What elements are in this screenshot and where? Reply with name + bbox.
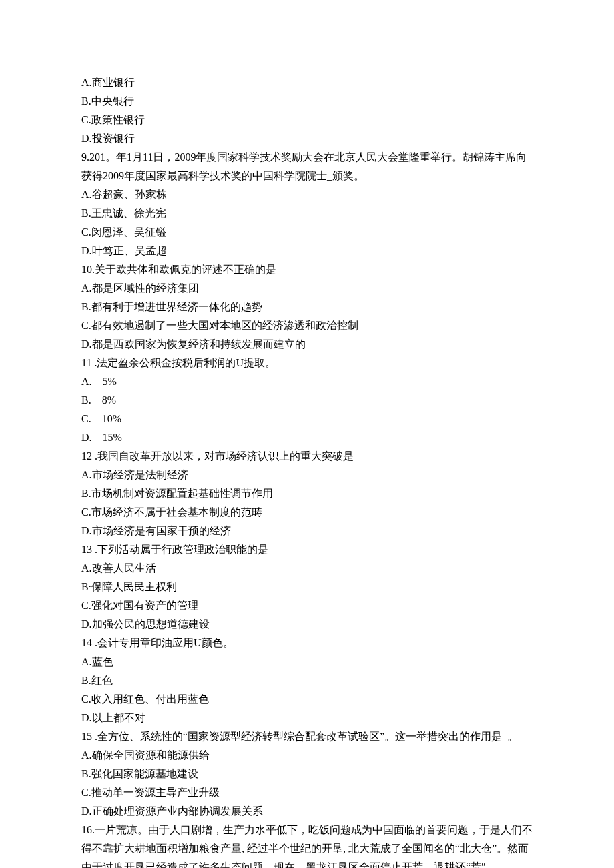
option-line: C.政策性银行: [81, 111, 533, 129]
option-line: D.加强公民的思想道德建设: [81, 615, 533, 634]
option-line: C.强化对国有资产的管理: [81, 596, 533, 615]
option-line: C.收入用红色、付出用蓝色: [81, 690, 533, 709]
question-line: 12 .我国自改革开放以来，对市场经济认识上的重大突破是: [81, 447, 533, 466]
question-line: 9.201。年1月11日，2009年度国家科学技术奖励大会在北京人民大会堂隆重举…: [81, 148, 533, 185]
option-line: A.都是区域性的经济集团: [81, 279, 533, 298]
option-line: A.市场经济是法制经济: [81, 466, 533, 484]
question-line: 15 .全方位、系统性的“国家资源型经济转型综合配套改革试验区”。这一举措突出的…: [81, 727, 533, 746]
option-line: C. 10%: [81, 410, 533, 428]
option-line: D.以上都不对: [81, 709, 533, 727]
option-line: A.蓝色: [81, 653, 533, 671]
option-line: A.商业银行: [81, 73, 533, 92]
option-line: B.市场机制对资源配置起基础性调节作用: [81, 484, 533, 503]
option-line: B.都有利于增进世界经济一体化的趋势: [81, 298, 533, 316]
option-line: B.红色: [81, 671, 533, 690]
option-line: D. 15%: [81, 428, 533, 447]
option-line: C.闵恩泽、吴征镒: [81, 223, 533, 242]
option-line: B.强化国家能源基地建设: [81, 765, 533, 783]
option-line: C.都有效地遏制了一些大国对本地区的经济渗透和政治控制: [81, 316, 533, 335]
option-line: D.叶笃正、吴孟超: [81, 242, 533, 260]
option-line: C.市场经济不属于社会基本制度的范畴: [81, 503, 533, 522]
question-line: 16.一片荒凉。由于人口剧增，生产力水平低下，吃饭问题成为中国面临的首要问题，于…: [81, 821, 533, 868]
option-line: A.谷超豪、孙家栋: [81, 185, 533, 204]
option-line: A. 5%: [81, 372, 533, 391]
option-line: B∙保障人民民主权利: [81, 578, 533, 596]
document-page: A.商业银行 B.中央银行 C.政策性银行 D.投资银行 9.201。年1月11…: [0, 0, 614, 868]
question-line: 11 .法定盈余公积金按税后利润的U提取。: [81, 354, 533, 372]
option-line: D.都是西欧国家为恢复经济和持续发展而建立的: [81, 335, 533, 354]
option-line: D.投资银行: [81, 129, 533, 148]
option-line: B.中央银行: [81, 92, 533, 111]
option-line: D.正确处理资源产业内部协调发展关系: [81, 802, 533, 821]
option-line: C.推动单一资源主导产业升级: [81, 783, 533, 802]
option-line: D.市场经济是有国家干预的经济: [81, 522, 533, 540]
question-line: 14 .会计专用章印油应用U颜色。: [81, 634, 533, 653]
question-line: 10.关于欧共体和欧佩克的评述不正确的是: [81, 260, 533, 279]
option-line: A.确保全国资源和能源供给: [81, 746, 533, 765]
option-line: A.改善人民生活: [81, 559, 533, 578]
option-line: B.王忠诚、徐光宪: [81, 204, 533, 223]
option-line: B. 8%: [81, 391, 533, 410]
question-line: 13 .下列活动属于行政管理政治职能的是: [81, 540, 533, 559]
